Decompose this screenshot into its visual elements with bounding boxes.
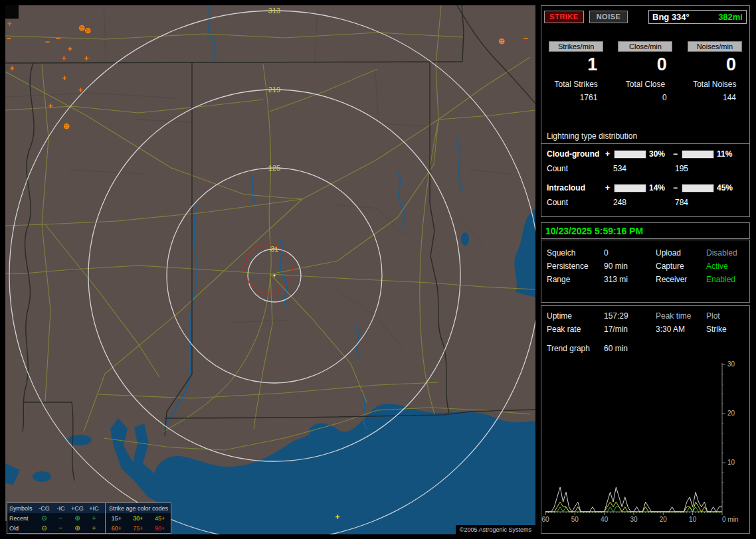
svg-text:⊕: ⊕ bbox=[63, 121, 70, 131]
svg-text:+: + bbox=[48, 102, 52, 111]
svg-text:−: − bbox=[6, 34, 11, 43]
legend-old-row: Old ⊖ − ⊕ + bbox=[7, 523, 105, 533]
ic-minus-count: 784 bbox=[675, 198, 688, 207]
legend-recent-label: Recent bbox=[7, 515, 36, 522]
strike-button[interactable]: STRIKE bbox=[544, 11, 584, 23]
circle-plus-icon: ⊕ bbox=[69, 515, 86, 522]
svg-text:20: 20 bbox=[660, 516, 668, 523]
bearing-readout: Bng 334° 382mi bbox=[648, 10, 747, 24]
minus-sign: − bbox=[673, 149, 680, 159]
svg-text:60: 60 bbox=[541, 516, 549, 523]
noises-per-min-button[interactable]: Noises/min bbox=[688, 41, 742, 52]
svg-text:+: + bbox=[61, 54, 66, 63]
map-canvas[interactable]: 31125219313⊕⊕−−++++++⊕+−+⊕−+ bbox=[5, 5, 535, 534]
legend-age-row-2: 60+ 75+ 90+ bbox=[106, 523, 171, 533]
legend-symbols-label: Symbols bbox=[7, 505, 36, 512]
plus-icon: + bbox=[86, 525, 102, 532]
minus-icon: − bbox=[52, 525, 69, 532]
plus-sign: + bbox=[605, 183, 613, 193]
count-label: Count bbox=[547, 164, 613, 173]
legend-old-label: Old bbox=[7, 525, 36, 532]
close-column: Close/min 0 Total Close 0 bbox=[611, 41, 680, 102]
peak-time-value: 3:30 AM bbox=[656, 325, 706, 334]
ic-minus-pct: 45% bbox=[715, 183, 741, 193]
session-panel: Uptime 157:29 Peak time Plot Peak rate 1… bbox=[541, 305, 750, 534]
cg-minus-bar bbox=[682, 150, 714, 159]
app-window: 31125219313⊕⊕−−++++++⊕+−+⊕−+ Symbols -CG… bbox=[0, 0, 756, 539]
circle-minus-icon: ⊖ bbox=[36, 525, 52, 532]
age-75: 75+ bbox=[128, 525, 149, 532]
total-close-label: Total Close bbox=[626, 80, 665, 89]
squelch-label: Squelch bbox=[547, 248, 604, 258]
close-per-min-value: 0 bbox=[657, 54, 680, 78]
strikes-column: Strikes/min 1 Total Strikes 1761 bbox=[541, 41, 611, 102]
svg-text:+: + bbox=[78, 86, 82, 95]
count-label: Count bbox=[547, 198, 613, 207]
circle-plus-icon: ⊕ bbox=[69, 525, 86, 532]
noises-per-min-value: 0 bbox=[726, 54, 749, 78]
map-corner-control[interactable] bbox=[5, 5, 19, 19]
svg-text:10: 10 bbox=[727, 459, 735, 466]
legend-age-row-1: 15+ 30+ 45+ bbox=[106, 513, 171, 523]
svg-text:313: 313 bbox=[268, 7, 280, 15]
trend-graph: 3020106050403020100 min bbox=[541, 359, 749, 526]
noise-button[interactable]: NOISE bbox=[589, 11, 628, 23]
ic-plus-count: 248 bbox=[613, 198, 675, 207]
legend-col-pos-cg: +CG bbox=[69, 505, 86, 512]
map-panel[interactable]: 31125219313⊕⊕−−++++++⊕+−+⊕−+ Symbols -CG… bbox=[5, 5, 535, 534]
plus-icon: + bbox=[86, 515, 102, 522]
cg-plus-count: 534 bbox=[613, 164, 675, 173]
capture-value: Active bbox=[706, 262, 749, 271]
cg-minus-count: 195 bbox=[675, 164, 688, 173]
trend-graph-label: Trend graph bbox=[547, 344, 604, 353]
age-15: 15+ bbox=[106, 515, 128, 522]
legend-recent-row: Recent ⊖ − ⊕ + bbox=[7, 513, 105, 523]
ic-minus-bar bbox=[682, 184, 714, 193]
peak-rate-label: Peak rate bbox=[547, 325, 604, 334]
intracloud-row: Intracloud + 14% − 45% bbox=[541, 181, 749, 195]
legend-col-pos-ic: +IC bbox=[86, 505, 102, 512]
map-legend: Symbols -CG -IC +CG +IC Recent ⊖ − ⊕ + O… bbox=[7, 502, 171, 534]
peak-rate-value: 17/min bbox=[604, 325, 656, 334]
noises-column: Noises/min 0 Total Noises 144 bbox=[680, 41, 749, 102]
svg-text:50: 50 bbox=[571, 516, 579, 523]
close-per-min-button[interactable]: Close/min bbox=[618, 41, 672, 52]
svg-text:−: − bbox=[45, 37, 49, 46]
svg-text:⊕: ⊕ bbox=[498, 37, 505, 46]
svg-text:⊕: ⊕ bbox=[84, 26, 91, 35]
ic-plus-pct: 14% bbox=[648, 183, 673, 193]
svg-text:+: + bbox=[9, 64, 14, 73]
bearing-range-value: 382mi bbox=[718, 12, 743, 22]
age-60: 60+ bbox=[106, 525, 128, 532]
upload-value: Disabled bbox=[706, 248, 749, 258]
receiver-value: Enabled bbox=[706, 275, 749, 284]
cloud-ground-count-row: Count 534 195 bbox=[541, 161, 749, 176]
svg-text:10: 10 bbox=[689, 516, 697, 523]
legend-age-header: Strike age color codes bbox=[106, 503, 171, 513]
bearing-value: Bng 334° bbox=[652, 12, 690, 22]
svg-text:−: − bbox=[55, 34, 60, 43]
range-value: 313 mi bbox=[604, 275, 656, 284]
plot-value: Strike bbox=[706, 325, 749, 334]
persistence-value: 90 min bbox=[604, 262, 656, 271]
legend-symbol-headers: Symbols -CG -IC +CG +IC bbox=[7, 503, 105, 513]
trend-graph-row: Trend graph 60 min bbox=[541, 342, 749, 355]
uptime-label: Uptime bbox=[547, 311, 604, 321]
status-row-range: Range 313 mi Receiver Enabled bbox=[541, 273, 749, 286]
status-row-persistence: Persistence 90 min Capture Active bbox=[541, 260, 749, 273]
capture-label: Capture bbox=[656, 262, 706, 271]
cloud-ground-label: Cloud-ground bbox=[547, 149, 605, 159]
lightning-type-distribution: Lightning type distribution Cloud-ground… bbox=[541, 131, 749, 210]
svg-text:+: + bbox=[7, 19, 11, 29]
datetime-value: 10/23/2025 5:59:16 PM bbox=[541, 226, 643, 236]
trend-graph-window: 60 min bbox=[604, 344, 656, 353]
strikes-per-min-button[interactable]: Strikes/min bbox=[549, 41, 603, 52]
status-panel: Squelch 0 Upload Disabled Persistence 90… bbox=[541, 240, 750, 303]
svg-text:+: + bbox=[335, 512, 339, 522]
cloud-ground-row: Cloud-ground + 30% − 11% bbox=[541, 147, 749, 161]
status-row-squelch: Squelch 0 Upload Disabled bbox=[541, 246, 749, 260]
svg-text:+: + bbox=[62, 74, 66, 83]
svg-text:40: 40 bbox=[601, 516, 609, 523]
peak-time-label: Peak time bbox=[656, 311, 706, 321]
minus-icon: − bbox=[52, 515, 69, 522]
